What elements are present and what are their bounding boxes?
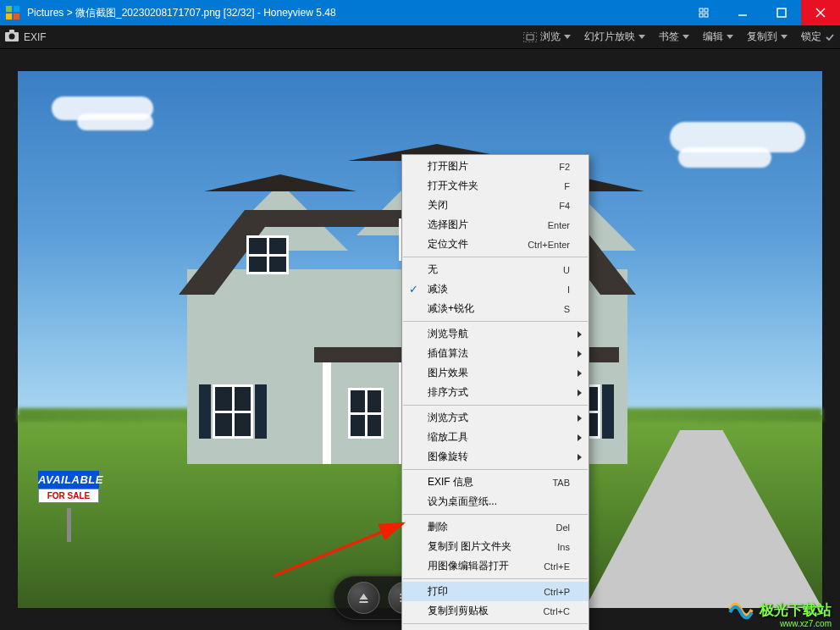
- config-button[interactable]: [684, 0, 723, 25]
- menu-item-label: 浏览导航: [428, 327, 570, 341]
- context-menu-item[interactable]: 选择图片Enter: [402, 215, 589, 235]
- menu-item-shortcut: Del: [555, 522, 570, 533]
- context-menu-item[interactable]: 排序方式: [402, 383, 589, 402]
- submenu-arrow-icon: [578, 351, 582, 357]
- context-menu-item[interactable]: 插值算法: [402, 344, 589, 363]
- context-menu-item[interactable]: 复制到 图片文件夹Ins: [402, 537, 589, 556]
- context-menu-item[interactable]: 用图像编辑器打开Ctrl+E: [402, 556, 589, 576]
- context-menu-item[interactable]: 浏览导航: [402, 324, 589, 344]
- context-menu-item[interactable]: 图片效果: [402, 363, 589, 383]
- app-logo-icon: [3, 3, 22, 22]
- context-menu-item[interactable]: 减淡+锐化S: [402, 299, 589, 318]
- svg-rect-7: [705, 14, 708, 17]
- close-button[interactable]: [801, 0, 840, 25]
- svg-rect-4: [699, 8, 703, 12]
- menu-item-label: 减淡+锐化: [428, 301, 564, 316]
- menu-item-shortcut: Enter: [548, 220, 570, 230]
- svg-rect-15: [523, 32, 537, 42]
- menu-item-shortcut: Ctrl+Enter: [528, 240, 570, 250]
- menu-item-label: 打开图片: [428, 159, 559, 174]
- menu-separator: [403, 578, 588, 579]
- svg-rect-16: [527, 35, 533, 40]
- svg-rect-17: [359, 601, 368, 603]
- chevron-down-icon: [638, 35, 645, 39]
- check-icon: ✓: [409, 283, 418, 296]
- menu-item-shortcut: Ctrl+E: [544, 561, 570, 572]
- chevron-down-icon: [727, 35, 733, 39]
- chevron-down-icon: [781, 35, 788, 39]
- menu-item-shortcut: F2: [559, 162, 570, 172]
- context-menu-item[interactable]: 浏览方式: [402, 408, 589, 428]
- toolbar: EXIF 浏览 幻灯片放映 书签 编辑 复制到 锁定: [0, 25, 840, 49]
- sign-available-text: AVAILABLE: [38, 471, 99, 489]
- menu-item-shortcut: TAB: [552, 478, 570, 488]
- exif-button[interactable]: EXIF: [24, 31, 47, 43]
- context-menu-item[interactable]: ✓减淡I: [402, 279, 589, 299]
- menu-item-shortcut: U: [563, 265, 570, 275]
- svg-rect-6: [699, 14, 703, 17]
- menu-separator: [403, 405, 588, 406]
- menu-item-shortcut: F4: [559, 201, 570, 211]
- context-menu-item[interactable]: 定位文件Ctrl+Enter: [402, 235, 589, 254]
- edit-label: 编辑: [703, 30, 723, 44]
- context-menu-item[interactable]: 关闭F4: [402, 196, 589, 215]
- menu-separator: [403, 469, 588, 470]
- context-menu: 打开图片F2打开文件夹F关闭F4选择图片Enter定位文件Ctrl+Enter无…: [401, 154, 589, 630]
- context-menu-item[interactable]: 删除Del: [402, 517, 589, 537]
- menu-item-label: 缩放工具: [428, 430, 570, 445]
- slideshow-label: 幻灯片放映: [584, 30, 635, 44]
- fit-icon: [523, 32, 537, 42]
- context-menu-item[interactable]: 缩放工具: [402, 428, 589, 447]
- svg-rect-1: [14, 6, 19, 12]
- menu-item-label: 关闭: [428, 198, 559, 213]
- submenu-arrow-icon: [578, 454, 582, 461]
- context-menu-item[interactable]: 打印Ctrl+P: [402, 582, 589, 601]
- menu-item-label: 选择图片: [428, 218, 548, 232]
- copyto-label: 复制到: [747, 30, 777, 44]
- menu-item-label: 删除: [428, 520, 555, 534]
- for-sale-sign: AVAILABLE FOR SALE: [38, 471, 99, 515]
- menu-separator: [403, 623, 588, 624]
- svg-rect-3: [14, 14, 19, 19]
- browse-label: 浏览: [540, 30, 561, 44]
- menu-item-label: 图片效果: [428, 366, 570, 380]
- copyto-menu[interactable]: 复制到: [747, 30, 788, 44]
- lock-label: 锁定: [801, 30, 821, 44]
- context-menu-item[interactable]: 设为桌面壁纸...: [402, 492, 589, 511]
- menu-item-label: 打印: [428, 584, 544, 599]
- maximize-button[interactable]: [762, 0, 801, 25]
- slideshow-menu[interactable]: 幻灯片放映: [584, 30, 645, 44]
- eject-button[interactable]: [347, 582, 379, 614]
- menu-item-label: 定位文件: [428, 237, 528, 251]
- menu-item-label: 排序方式: [428, 385, 570, 400]
- watermark-logo-icon: [727, 596, 754, 623]
- bookmark-menu[interactable]: 书签: [659, 30, 689, 44]
- context-menu-item[interactable]: 复制到剪贴板Ctrl+C: [402, 601, 589, 621]
- context-menu-item[interactable]: 设置F5: [402, 627, 589, 630]
- minimize-button[interactable]: [723, 0, 762, 25]
- submenu-arrow-icon: [578, 370, 582, 377]
- menu-item-shortcut: F: [564, 181, 570, 191]
- sign-forsale-text: FOR SALE: [38, 489, 99, 503]
- window-controls: [684, 0, 840, 25]
- context-menu-item[interactable]: 打开文件夹F: [402, 176, 589, 196]
- svg-rect-5: [705, 8, 708, 12]
- menu-item-shortcut: Ctrl+C: [544, 606, 570, 616]
- menu-separator: [403, 257, 588, 257]
- menu-item-shortcut: S: [564, 304, 570, 314]
- browse-menu[interactable]: 浏览: [523, 30, 571, 44]
- menu-item-shortcut: I: [567, 285, 570, 295]
- menu-item-label: 复制到剪贴板: [428, 604, 544, 618]
- window-title: Pictures > 微信截图_20230208171707.png [32/3…: [27, 6, 684, 20]
- context-menu-item[interactable]: 无U: [402, 260, 589, 279]
- lock-menu[interactable]: 锁定: [801, 30, 835, 44]
- chevron-down-icon: [682, 35, 689, 39]
- svg-rect-0: [6, 6, 12, 12]
- submenu-arrow-icon: [578, 434, 582, 441]
- edit-menu[interactable]: 编辑: [703, 30, 733, 44]
- menu-separator: [403, 321, 588, 322]
- context-menu-item[interactable]: 打开图片F2: [402, 157, 589, 176]
- svg-rect-9: [777, 8, 786, 17]
- context-menu-item[interactable]: EXIF 信息TAB: [402, 472, 589, 492]
- context-menu-item[interactable]: 图像旋转: [402, 447, 589, 467]
